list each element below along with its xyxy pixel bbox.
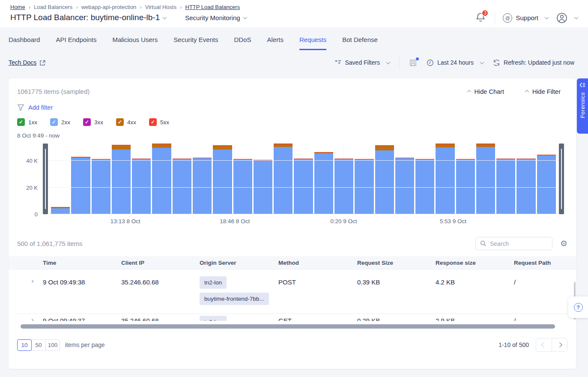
- add-filter-button[interactable]: Add filter: [17, 104, 567, 111]
- horizontal-scrollbar-thumb[interactable]: [21, 324, 555, 329]
- row-expand-chevron-icon[interactable]: ›: [17, 269, 43, 314]
- range-handle-right[interactable]: [559, 144, 564, 214]
- gridline: [45, 214, 561, 214]
- page-size-100-button[interactable]: 100: [45, 339, 60, 351]
- breadcrumb-http-load-balancers[interactable]: HTTP Load Balancers: [185, 4, 240, 10]
- chart-bar[interactable]: [274, 144, 293, 214]
- tab-security-events[interactable]: Security Events: [173, 36, 218, 50]
- support-menu[interactable]: @ Support: [503, 13, 548, 23]
- col-request-path[interactable]: Request Path: [514, 260, 567, 266]
- chevron-down-icon: [545, 15, 549, 19]
- table-row-clipped[interactable]: › 9 Oct 09:49:37 35.246.60.68 tn2-lon GE…: [17, 314, 567, 321]
- chart-bar[interactable]: [415, 144, 434, 214]
- chart-bar[interactable]: [537, 144, 556, 214]
- chart-bar[interactable]: [436, 144, 454, 214]
- tab-dashboard[interactable]: Dashboard: [9, 36, 40, 50]
- checkbox-4xx[interactable]: [116, 118, 124, 126]
- help-button[interactable]: ?: [568, 296, 588, 318]
- chart-bar[interactable]: [294, 144, 313, 214]
- gridline: [45, 160, 561, 161]
- row-expand-chevron-icon[interactable]: ›: [17, 314, 43, 321]
- col-request-size[interactable]: Request Size: [357, 260, 436, 266]
- chart-bar[interactable]: [334, 144, 353, 214]
- chart-bar[interactable]: [173, 144, 191, 214]
- filter-4xx-label: 4xx: [127, 119, 136, 126]
- origin-site-chip[interactable]: tn2-lon: [200, 276, 227, 289]
- tab-bar: Dashboard API Endpoints Malicious Users …: [0, 27, 588, 50]
- tech-docs-link[interactable]: Tech Docs: [9, 59, 46, 66]
- next-page-button[interactable]: [552, 338, 567, 351]
- cell-client-ip: 35.246.60.68: [121, 269, 200, 314]
- page-size-10-button[interactable]: 10: [17, 339, 32, 351]
- filter-4xx[interactable]: 4xx: [116, 118, 136, 126]
- hide-filter-button[interactable]: Hide Filter: [522, 88, 561, 95]
- notifications-button[interactable]: 3: [475, 12, 487, 24]
- col-response-size[interactable]: Response size: [436, 260, 514, 266]
- account-menu[interactable]: [556, 12, 578, 24]
- hide-chart-button[interactable]: Hide Chart: [464, 88, 504, 95]
- checkbox-3xx[interactable]: [83, 118, 91, 126]
- tab-alerts[interactable]: Alerts: [267, 36, 284, 50]
- chart-bar[interactable]: [456, 144, 475, 214]
- filter-1xx[interactable]: 1xx: [17, 118, 37, 126]
- refresh-button[interactable]: Refresh: Updated just now: [493, 59, 574, 66]
- chart-bar[interactable]: [496, 144, 515, 214]
- chevron-down-icon[interactable]: [163, 15, 167, 19]
- col-origin-server[interactable]: Origin Server: [200, 260, 278, 266]
- tab-malicious-users[interactable]: Malicious Users: [112, 36, 158, 50]
- filter-5xx[interactable]: 5xx: [149, 118, 169, 126]
- checkbox-1xx[interactable]: [17, 118, 25, 126]
- clock-icon: [427, 59, 434, 66]
- bar-segment-4xx: [375, 146, 394, 150]
- tab-api-endpoints[interactable]: API Endpoints: [56, 36, 96, 50]
- breadcrumb-virtual-hosts[interactable]: Virtual Hosts: [145, 4, 176, 10]
- search-box[interactable]: [475, 237, 552, 250]
- col-time[interactable]: Time: [43, 260, 121, 266]
- chart-bar[interactable]: [375, 144, 394, 214]
- tab-requests[interactable]: Requests: [299, 36, 326, 50]
- checkbox-5xx[interactable]: [149, 118, 157, 126]
- breadcrumb-namespace[interactable]: webapp-api-protection: [81, 4, 137, 10]
- table-row[interactable]: › 9 Oct 09:49:38 35.246.60.68 tn2-lon bu…: [17, 269, 567, 314]
- checkbox-2xx[interactable]: [50, 118, 58, 126]
- col-client-ip[interactable]: Client IP: [121, 260, 200, 266]
- chart-bar[interactable]: [395, 144, 414, 214]
- filter-2xx[interactable]: 2xx: [50, 118, 70, 126]
- filter-5xx-label: 5xx: [160, 119, 169, 126]
- chart-bar[interactable]: [112, 144, 131, 214]
- filter-3xx[interactable]: 3xx: [83, 118, 103, 126]
- chart-bar[interactable]: [51, 144, 70, 214]
- chart-bar[interactable]: [71, 144, 90, 214]
- chart-bar[interactable]: [254, 144, 272, 214]
- search-input[interactable]: [490, 240, 541, 247]
- origin-site-chip[interactable]: tn2-lon: [200, 316, 227, 321]
- page-title[interactable]: HTTP Load Balancer: buytime-online-lb-1: [10, 13, 160, 22]
- chart-bar[interactable]: [516, 144, 535, 214]
- time-range-dropdown[interactable]: Last 24 hours: [427, 59, 484, 66]
- range-handle-left[interactable]: [43, 144, 48, 214]
- chart-bar[interactable]: [476, 144, 495, 214]
- prev-page-button[interactable]: [536, 338, 552, 351]
- save-filter-button[interactable]: [409, 59, 417, 67]
- col-method[interactable]: Method: [278, 260, 357, 266]
- gear-icon[interactable]: ⚙: [560, 239, 567, 248]
- breadcrumb-load-balancers[interactable]: Load Balancers: [34, 4, 72, 10]
- chart-bar[interactable]: [132, 144, 151, 214]
- tab-ddos[interactable]: DDoS: [234, 36, 251, 50]
- chart-bar[interactable]: [213, 144, 232, 214]
- chevron-up-icon: [467, 90, 471, 94]
- chart-bar[interactable]: [314, 144, 333, 214]
- saved-filters-dropdown[interactable]: Saved Filters: [334, 59, 390, 66]
- chart-bar[interactable]: [193, 144, 212, 214]
- origin-pod-chip[interactable]: buytime-frontend-7bb...: [200, 293, 269, 305]
- forensics-tab[interactable]: Forensics: [577, 78, 588, 134]
- context-selector[interactable]: Security Monitoring: [185, 14, 246, 21]
- breadcrumb-home[interactable]: Home: [10, 4, 25, 10]
- chart-bar[interactable]: [152, 144, 171, 214]
- tab-bot-defense[interactable]: Bot Defense: [342, 36, 378, 50]
- chart-bar[interactable]: [233, 144, 252, 214]
- page-size-50-button[interactable]: 50: [31, 339, 46, 351]
- chart-bar[interactable]: [92, 144, 110, 214]
- chart-bar[interactable]: [355, 144, 373, 214]
- horizontal-scrollbar[interactable]: [21, 324, 561, 329]
